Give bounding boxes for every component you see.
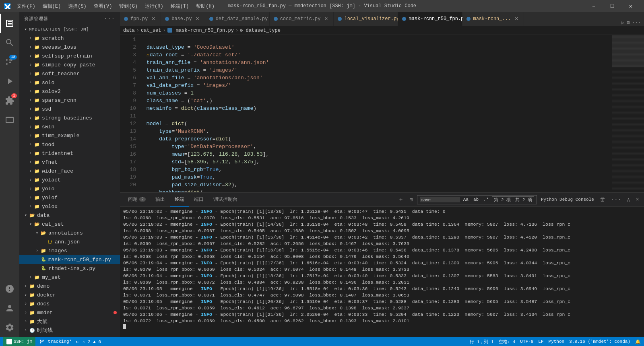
- breadcrumb-symbol[interactable]: ⚙ dataset_type: [240, 27, 281, 33]
- tree-item-catset[interactable]: ▾ 📂 cat_set: [19, 220, 120, 229]
- tree-item-mmdet[interactable]: › 📁 mmdet: [19, 308, 120, 317]
- tree-item-selfsup[interactable]: › 📁 selfsup_pretrain: [19, 51, 120, 60]
- panel-close-button[interactable]: ×: [634, 196, 641, 204]
- minimize-button[interactable]: –: [584, 0, 603, 12]
- tree-item-docker[interactable]: › 📁 docker: [19, 290, 120, 299]
- tree-item-strong[interactable]: › 📁 strong_baselines: [19, 113, 120, 122]
- settings-icon[interactable]: [0, 318, 19, 337]
- panel-tab-ports[interactable]: 端口: [189, 193, 208, 207]
- breadcrumb-file[interactable]: mask-rcnn_r50_fpn.py: [167, 28, 234, 33]
- tab-close-button[interactable]: ×: [513, 16, 520, 22]
- tree-item-wider[interactable]: › 📁 wider_face: [19, 167, 120, 175]
- panel-tab-debug[interactable]: 调试控制台: [208, 193, 242, 207]
- panel-tab-terminal[interactable]: 终端: [170, 193, 189, 207]
- remote-explorer-icon[interactable]: [0, 110, 19, 130]
- tab-coco[interactable]: coco_metric.py ×: [270, 12, 334, 26]
- tab-mask-rcnn[interactable]: mask-rcnn_r50_fpn.py .../cat_set ×: [398, 12, 462, 26]
- tree-item-timm[interactable]: › 📁 timm_example: [19, 131, 120, 140]
- find-widget[interactable]: Aa ab .* 第 2 项，共 2 项: [417, 195, 537, 204]
- tree-item-annotations[interactable]: ▾ 📂 annotations: [19, 229, 120, 237]
- minimap-slider[interactable]: [612, 35, 644, 67]
- match-case-button[interactable]: Aa: [462, 196, 470, 203]
- tree-item-ssd[interactable]: › 📁 ssd: [19, 105, 120, 113]
- tree-item-yolo[interactable]: › 📁 yolo: [19, 184, 120, 193]
- more-panel-actions[interactable]: ···: [609, 196, 623, 204]
- panel-chevron-up[interactable]: ∧: [625, 196, 632, 204]
- tab-close-button[interactable]: ×: [150, 16, 157, 22]
- panel-kill-button[interactable]: 🗑: [598, 196, 607, 204]
- breadcrumb-catset[interactable]: cat_set: [141, 28, 161, 33]
- tree-item-vfnet[interactable]: › 📁 vfnet: [19, 158, 120, 167]
- problems-icon[interactable]: [0, 279, 19, 299]
- tree-item-docs[interactable]: › 📁 docs: [19, 299, 120, 308]
- source-control-icon[interactable]: 18: [0, 52, 19, 72]
- tab-fpn[interactable]: fpn.py ×: [120, 12, 161, 26]
- extensions-icon[interactable]: 1: [0, 91, 19, 110]
- indent-indicator[interactable]: 空格: 4: [499, 339, 516, 345]
- maximize-button[interactable]: □: [603, 0, 621, 12]
- tab-det-data[interactable]: det_data_sample.py ×: [205, 12, 270, 26]
- tree-item-trident[interactable]: › 📁 tridentnet: [19, 149, 120, 158]
- tree-item-yolof[interactable]: › 📁 yolof: [19, 193, 120, 202]
- terminal-content[interactable]: 05/06 23:19:02 - mmengine - INFO - Epoch…: [120, 207, 644, 337]
- tree-item-scratch[interactable]: › 📁 scratch: [19, 34, 120, 43]
- tree-item-data[interactable]: ▾ 📂 data: [19, 211, 120, 220]
- errors-indicator[interactable]: ⚠ 2 ▲ 0: [83, 339, 101, 344]
- search-icon[interactable]: [0, 33, 19, 52]
- explorer-icon[interactable]: [0, 14, 19, 33]
- remote-indicator[interactable]: SSH: jm: [3, 337, 35, 346]
- tree-item-mask-rcnn[interactable]: 🐍 mask-rcnn_r50_fpn.py: [19, 255, 120, 264]
- sync-icon[interactable]: ↻: [76, 339, 78, 344]
- tree-item-seesaw[interactable]: › 📁 seesaw_loss: [19, 43, 120, 51]
- menu-run[interactable]: 运行(R): [142, 2, 167, 10]
- tab-base[interactable]: base.py ×: [161, 12, 205, 26]
- panel-tab-output[interactable]: 输出: [151, 193, 170, 207]
- menu-goto[interactable]: 转到(G): [116, 2, 141, 10]
- menu-edit[interactable]: 编辑(E): [39, 2, 64, 10]
- menu-file[interactable]: 文件(F): [14, 2, 39, 10]
- tree-item-tood[interactable]: › 📁 tood: [19, 140, 120, 149]
- tree-item-solo[interactable]: › 📁 solo: [19, 78, 120, 87]
- tree-item-demo[interactable]: › 📁 demo: [19, 282, 120, 290]
- encoding-indicator[interactable]: UTF-8: [520, 339, 533, 344]
- menu-select[interactable]: 选择(S): [65, 2, 90, 10]
- whole-word-button[interactable]: ab: [472, 196, 480, 203]
- split-editor-button[interactable]: ⊞: [627, 20, 630, 26]
- panel-tab-problems[interactable]: 问题 2: [123, 193, 151, 207]
- find-input[interactable]: [420, 197, 460, 202]
- git-branch[interactable]: tracking*: [39, 339, 72, 344]
- tree-item-simple[interactable]: › 📁 simple_copy_paste: [19, 60, 120, 69]
- notification-bell[interactable]: 🔔: [635, 339, 641, 344]
- tree-item-myset[interactable]: › 📁 my_set: [19, 273, 120, 282]
- tree-item-dazhu[interactable]: › 📁 大鼠: [19, 317, 120, 326]
- split-terminal-button[interactable]: ⊞: [408, 196, 414, 204]
- tree-root[interactable]: ▾ MMDETECTION [SSH: JM]: [19, 25, 120, 34]
- tab-local-vis[interactable]: local_visualizer.py 2 ×: [334, 12, 398, 26]
- add-terminal-button[interactable]: ＋: [396, 195, 405, 204]
- tree-item-rtmdet[interactable]: 🐍 rtmdet-ins_s.py: [19, 264, 120, 273]
- account-icon[interactable]: [0, 299, 19, 318]
- tree-item-yolox[interactable]: › 📁 yolox: [19, 202, 120, 211]
- eol-indicator[interactable]: LF: [538, 339, 543, 344]
- sidebar-actions[interactable]: ···: [104, 15, 115, 22]
- cursor-position[interactable]: 行 1，列 1: [470, 339, 493, 345]
- code-editor[interactable]: dataset_type = 'CocoDataset' ⚠data_root …: [140, 35, 612, 192]
- menu-view[interactable]: 查看(V): [91, 2, 116, 10]
- tree-item-yolact[interactable]: › 📁 yolact: [19, 175, 120, 184]
- tree-item-ann-json[interactable]: {} ann.json: [19, 237, 120, 246]
- run-icon[interactable]: [0, 72, 19, 91]
- tab-close-button[interactable]: ×: [194, 16, 201, 22]
- menu-help[interactable]: 帮助(H): [193, 2, 218, 10]
- tree-item-images[interactable]: › 📁 images: [19, 246, 120, 255]
- tab-close-button[interactable]: ×: [323, 16, 329, 22]
- breadcrumb-data[interactable]: data: [123, 28, 135, 33]
- tree-item-soft[interactable]: › 📁 soft_teacher: [19, 69, 120, 78]
- tree-item-solov2[interactable]: › 📁 solov2: [19, 87, 120, 96]
- tree-item-swin[interactable]: › 📁 swin: [19, 122, 120, 131]
- tree-item-sparse[interactable]: › 📁 sparse_rcnn: [19, 96, 120, 105]
- run-file-button[interactable]: ▷: [621, 20, 624, 26]
- menu-terminal[interactable]: 终端(T): [167, 2, 192, 10]
- tab-mask-rcnn2[interactable]: mask-rcnn_... ×: [462, 12, 524, 26]
- tree-item-timeline[interactable]: › 🕐 时间线: [19, 326, 120, 335]
- regex-button[interactable]: .*: [482, 196, 490, 203]
